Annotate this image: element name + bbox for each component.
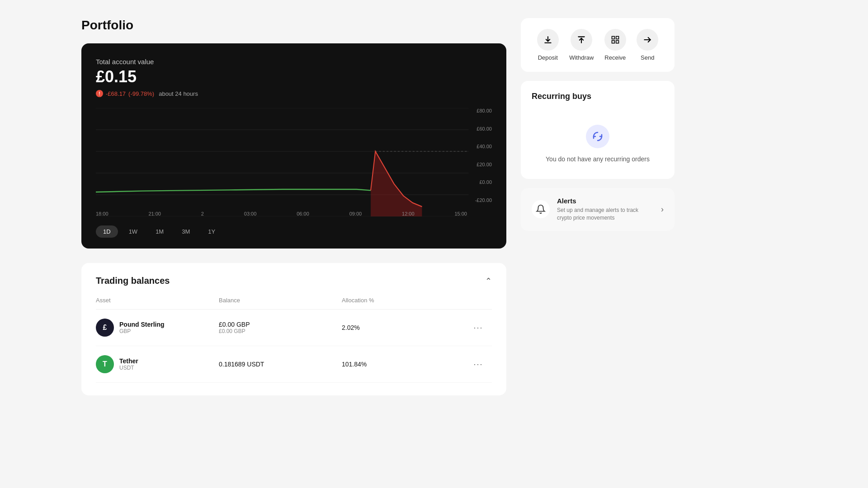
asset-cell-gbp: £ Pound Sterling GBP bbox=[96, 319, 219, 337]
svg-rect-14 bbox=[612, 41, 614, 43]
col-asset: Asset bbox=[96, 297, 219, 304]
alerts-chevron-icon: › bbox=[661, 205, 664, 214]
asset-info-usdt: Tether USDT bbox=[119, 357, 138, 371]
chart-change-percent: (-99.78%) bbox=[128, 90, 154, 97]
receive-button[interactable]: Receive bbox=[604, 29, 626, 61]
alerts-text: Alerts Set up and manage alerts to track… bbox=[557, 197, 654, 222]
time-btn-1m[interactable]: 1M bbox=[148, 225, 171, 238]
col-balance: Balance bbox=[219, 297, 342, 304]
asset-info-gbp: Pound Sterling GBP bbox=[119, 321, 165, 334]
sidebar: Deposit Withdraw bbox=[521, 18, 675, 395]
send-button[interactable]: Send bbox=[637, 29, 658, 61]
more-btn-usdt[interactable]: ··· bbox=[465, 358, 492, 371]
time-btn-1y[interactable]: 1Y bbox=[201, 225, 222, 238]
chart-label: Total account value bbox=[96, 58, 492, 66]
action-buttons-card: Deposit Withdraw bbox=[521, 18, 675, 72]
balance-secondary-gbp: £0.00 GBP bbox=[219, 328, 342, 334]
asset-icon-gbp: £ bbox=[96, 319, 114, 337]
balance-gbp: £0.00 GBP £0.00 GBP bbox=[219, 321, 342, 334]
allocation-gbp: 2.02% bbox=[342, 324, 465, 331]
table-row: T Tether USDT 0.181689 USDT 101.84% ··· bbox=[96, 346, 492, 383]
time-btn-1w[interactable]: 1W bbox=[122, 225, 145, 238]
recurring-title: Recurring buys bbox=[532, 92, 664, 101]
svg-rect-13 bbox=[616, 37, 618, 39]
balance-primary-gbp: £0.00 GBP bbox=[219, 321, 342, 328]
table-row: £ Pound Sterling GBP £0.00 GBP £0.00 GBP… bbox=[96, 310, 492, 346]
send-icon bbox=[637, 29, 658, 51]
chart-card: Total account value £0.15 ! -£68.17 (-99… bbox=[81, 43, 506, 249]
asset-name-gbp: Pound Sterling bbox=[119, 321, 165, 328]
withdraw-button[interactable]: Withdraw bbox=[569, 29, 594, 61]
deposit-button[interactable]: Deposit bbox=[537, 29, 559, 61]
svg-rect-15 bbox=[616, 41, 618, 43]
time-btn-1d[interactable]: 1D bbox=[96, 225, 118, 238]
action-buttons-grid: Deposit Withdraw bbox=[532, 29, 664, 61]
balance-usdt: 0.181689 USDT bbox=[219, 361, 342, 368]
collapse-icon[interactable]: ⌃ bbox=[485, 276, 492, 286]
balance-primary-usdt: 0.181689 USDT bbox=[219, 361, 342, 368]
recurring-card: Recurring buys You do not have any recur… bbox=[521, 81, 675, 179]
send-label: Send bbox=[641, 54, 654, 61]
section-header: Trading balances ⌃ bbox=[96, 276, 492, 286]
asset-ticker-gbp: GBP bbox=[119, 328, 165, 334]
time-btn-3m[interactable]: 3M bbox=[175, 225, 197, 238]
alerts-card[interactable]: Alerts Set up and manage alerts to track… bbox=[521, 188, 675, 231]
receive-icon bbox=[604, 29, 626, 51]
time-range-buttons: 1D 1W 1M 3M 1Y bbox=[96, 225, 492, 238]
chart-area: £80.00 £60.00 £40.00 £20.00 £0.00 -£20.0… bbox=[96, 108, 492, 216]
chart-value: £0.15 bbox=[96, 67, 492, 86]
recurring-icon bbox=[586, 125, 609, 148]
more-btn-gbp[interactable]: ··· bbox=[465, 321, 492, 334]
chart-x-labels: 18:00 21:00 2 03:00 06:00 09:00 12:00 15… bbox=[96, 211, 467, 216]
chart-change: ! -£68.17 (-99.78%) about 24 hours bbox=[96, 90, 492, 97]
withdraw-label: Withdraw bbox=[569, 54, 594, 61]
recurring-empty-text: You do not have any recurring orders bbox=[546, 155, 650, 163]
chart-change-amount: -£68.17 bbox=[106, 90, 126, 97]
asset-name-usdt: Tether bbox=[119, 357, 138, 365]
page-title: Portfolio bbox=[81, 18, 506, 33]
col-allocation: Allocation % bbox=[342, 297, 465, 304]
svg-marker-7 bbox=[371, 151, 422, 216]
asset-cell-usdt: T Tether USDT bbox=[96, 355, 219, 373]
receive-label: Receive bbox=[604, 54, 626, 61]
trading-balances-card: Trading balances ⌃ Asset Balance Allocat… bbox=[81, 263, 506, 395]
chart-change-period: about 24 hours bbox=[159, 90, 198, 97]
recurring-empty: You do not have any recurring orders bbox=[532, 116, 664, 168]
alerts-title: Alerts bbox=[557, 197, 654, 205]
svg-rect-12 bbox=[612, 37, 614, 39]
bell-icon bbox=[532, 200, 550, 218]
trading-balances-title: Trading balances bbox=[96, 276, 170, 286]
allocation-usdt: 101.84% bbox=[342, 361, 465, 368]
deposit-icon bbox=[537, 29, 559, 51]
chart-y-labels: £80.00 £60.00 £40.00 £20.00 £0.00 -£20.0… bbox=[469, 108, 492, 203]
deposit-label: Deposit bbox=[538, 54, 558, 61]
withdraw-icon bbox=[571, 29, 592, 51]
asset-ticker-usdt: USDT bbox=[119, 365, 138, 371]
warning-icon: ! bbox=[96, 90, 103, 97]
table-header: Asset Balance Allocation % bbox=[96, 297, 492, 310]
alerts-description: Set up and manage alerts to track crypto… bbox=[557, 206, 654, 222]
asset-icon-usdt: T bbox=[96, 355, 114, 373]
